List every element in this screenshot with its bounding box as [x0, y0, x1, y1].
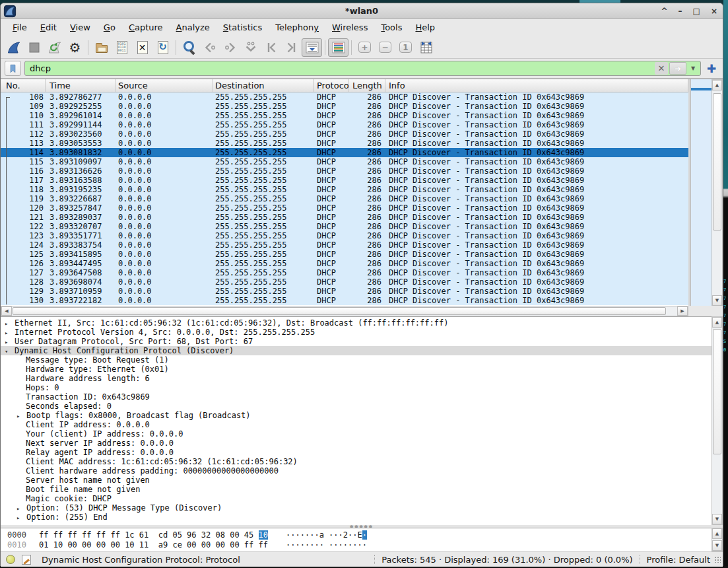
column-header-protocol[interactable]: Protocol: [314, 79, 349, 92]
menu-go[interactable]: Go: [97, 19, 122, 36]
go-forward-icon[interactable]: [220, 38, 240, 57]
zoom-100-icon[interactable]: 1: [395, 38, 416, 57]
packet-row-116[interactable]: 1163.8931366260.0.0.0255.255.255.255DHCP…: [1, 166, 688, 176]
detail-line[interactable]: Server host name not given: [1, 476, 711, 485]
detail-line[interactable]: Client MAC address: 1c:61:cd:05:96:32 (1…: [1, 457, 711, 466]
status-profile[interactable]: Profile: Default: [647, 555, 710, 565]
detail-line[interactable]: ▸Option: (255) End: [1, 513, 711, 522]
packet-row-129[interactable]: 1293.8937109590.0.0.0255.255.255.255DHCP…: [1, 287, 688, 296]
filter-bookmark-button[interactable]: [5, 61, 21, 76]
collapsed-arrow-icon[interactable]: ▸: [5, 319, 15, 328]
packet-row-119[interactable]: 1193.8932266870.0.0.0255.255.255.255DHCP…: [1, 194, 688, 203]
menu-capture[interactable]: Capture: [122, 19, 170, 36]
packet-list-vscrollbar[interactable]: ▲ ▼: [711, 79, 723, 306]
menu-help[interactable]: Help: [409, 19, 442, 36]
resize-columns-icon[interactable]: [416, 38, 436, 57]
hex-row[interactable]: 0000ff ff ff ff ff ff 1c 61 cd 05 96 32 …: [1, 530, 711, 540]
detail-line[interactable]: ▸Ethernet II, Src: 1c:61:cd:05:96:32 (1c…: [1, 318, 711, 328]
start-capture-icon[interactable]: [3, 38, 24, 57]
packet-row-109[interactable]: 1093.8929252550.0.0.0255.255.255.255DHCP…: [1, 102, 688, 111]
menu-edit[interactable]: Edit: [34, 19, 63, 36]
packet-row-115[interactable]: 1153.8931090970.0.0.0255.255.255.255DHCP…: [1, 157, 688, 166]
menu-analyze[interactable]: Analyze: [170, 19, 216, 36]
detail-line[interactable]: Hardware type: Ethernet (0x01): [1, 365, 711, 374]
detail-line[interactable]: Message type: Boot Request (1): [1, 355, 711, 365]
packet-row-117[interactable]: 1173.8931635880.0.0.0255.255.255.255DHCP…: [1, 176, 688, 185]
detail-line[interactable]: Your (client) IP address: 0.0.0.0: [1, 429, 711, 439]
save-file-icon[interactable]: 010101100011: [112, 38, 132, 57]
column-header-info[interactable]: Info: [385, 79, 688, 92]
column-header-time[interactable]: Time: [46, 79, 116, 92]
scroll-down-icon[interactable]: ▼: [712, 295, 722, 306]
filter-clear-icon[interactable]: ✕: [655, 62, 668, 75]
menu-tools[interactable]: Tools: [374, 19, 409, 36]
hex-vscrollbar[interactable]: ▲ ▼: [711, 528, 723, 551]
column-header-no[interactable]: No.: [1, 79, 46, 92]
menu-wireless[interactable]: Wireless: [325, 19, 374, 36]
detail-line[interactable]: ▸User Datagram Protocol, Src Port: 68, D…: [1, 337, 711, 346]
detail-line[interactable]: Client hardware address padding: 0000000…: [1, 466, 711, 476]
detail-line[interactable]: Relay agent IP address: 0.0.0.0: [1, 448, 711, 457]
collapsed-arrow-icon[interactable]: ▸: [17, 411, 26, 421]
scroll-down-icon[interactable]: ▼: [712, 540, 722, 551]
go-first-icon[interactable]: [261, 38, 281, 57]
expanded-arrow-icon[interactable]: ▾: [5, 347, 15, 356]
detail-line[interactable]: ▾Dynamic Host Configuration Protocol (Di…: [1, 346, 711, 355]
menu-telephony[interactable]: Telephony: [269, 19, 325, 36]
packet-row-111[interactable]: 1113.8929911440.0.0.0255.255.255.255DHCP…: [1, 120, 688, 129]
detail-line[interactable]: Next server IP address: 0.0.0.0: [1, 439, 711, 448]
packet-row-128[interactable]: 1283.8936980740.0.0.0255.255.255.255DHCP…: [1, 277, 688, 287]
maximize-button[interactable]: □: [693, 7, 700, 15]
column-header-destination[interactable]: Destination: [213, 79, 314, 92]
close-button[interactable]: ×: [711, 7, 717, 15]
details-vscroll-thumb[interactable]: [713, 329, 721, 454]
scroll-up-icon[interactable]: ▲: [712, 80, 722, 90]
detail-line[interactable]: Hardware address length: 6: [1, 374, 711, 383]
close-file-icon[interactable]: ✕: [132, 38, 152, 57]
packet-row-120[interactable]: 1203.8932578470.0.0.0255.255.255.255DHCP…: [1, 203, 688, 213]
packet-list-hscrollbar[interactable]: ◀ ▶: [1, 306, 688, 316]
collapsed-arrow-icon[interactable]: ▸: [17, 504, 26, 513]
menu-file[interactable]: File: [6, 19, 34, 36]
scroll-left-icon[interactable]: ◀: [1, 306, 12, 316]
column-header-length[interactable]: Length: [349, 79, 385, 92]
collapsed-arrow-icon[interactable]: ▸: [17, 513, 26, 522]
menu-statistics[interactable]: Statistics: [216, 19, 269, 36]
intelligent-scrollbar-minimap[interactable]: [690, 79, 711, 306]
expert-info-icon[interactable]: [6, 555, 15, 564]
packet-row-126[interactable]: 1263.8934474950.0.0.0255.255.255.255DHCP…: [1, 259, 688, 268]
collapsed-arrow-icon[interactable]: ▸: [5, 337, 15, 347]
detail-line[interactable]: Hops: 0: [1, 383, 711, 392]
packet-row-122[interactable]: 1223.8933207070.0.0.0255.255.255.255DHCP…: [1, 222, 688, 231]
menu-view[interactable]: View: [63, 19, 97, 36]
detail-line[interactable]: ▸Internet Protocol Version 4, Src: 0.0.0…: [1, 328, 711, 337]
detail-line[interactable]: Boot file name not given: [1, 485, 711, 494]
restart-capture-icon[interactable]: [44, 38, 65, 57]
filter-dropdown-caret-icon[interactable]: ▼: [688, 62, 698, 75]
zoom-out-icon[interactable]: −: [375, 38, 395, 57]
packet-list-vscroll-thumb[interactable]: [713, 93, 721, 231]
minimize-button[interactable]: –: [678, 7, 682, 15]
packet-row-118[interactable]: 1183.8931952350.0.0.0255.255.255.255DHCP…: [1, 185, 688, 194]
detail-line[interactable]: Client IP address: 0.0.0.0: [1, 420, 711, 429]
stop-capture-icon[interactable]: [24, 38, 44, 57]
go-last-icon[interactable]: [281, 38, 302, 57]
detail-line[interactable]: Magic cookie: DHCP: [1, 494, 711, 503]
scroll-up-icon[interactable]: ▲: [712, 317, 722, 328]
packet-row-123[interactable]: 1233.8933517710.0.0.0255.255.255.255DHCP…: [1, 231, 688, 240]
colorize-icon[interactable]: [328, 38, 348, 57]
detail-line[interactable]: Seconds elapsed: 0: [1, 402, 711, 411]
capture-comment-icon[interactable]: [22, 555, 31, 565]
packet-row-110[interactable]: 1103.8929610140.0.0.0255.255.255.255DHCP…: [1, 111, 688, 120]
filter-add-button[interactable]: ✚: [704, 62, 719, 75]
packet-list-hscroll-thumb[interactable]: [13, 307, 666, 315]
reload-file-icon[interactable]: ↻: [152, 38, 173, 57]
auto-scroll-icon[interactable]: [302, 38, 322, 57]
packet-row-121[interactable]: 1213.8932890370.0.0.0255.255.255.255DHCP…: [1, 213, 688, 222]
detail-line[interactable]: ▸Bootp flags: 0x8000, Broadcast flag (Br…: [1, 411, 711, 420]
collapsed-arrow-icon[interactable]: ▸: [5, 328, 15, 337]
filter-apply-icon[interactable]: ➜: [669, 62, 686, 75]
display-filter-input[interactable]: [25, 63, 655, 73]
go-back-icon[interactable]: [199, 38, 220, 57]
packet-row-114[interactable]: 1143.8930818320.0.0.0255.255.255.255DHCP…: [1, 148, 688, 157]
